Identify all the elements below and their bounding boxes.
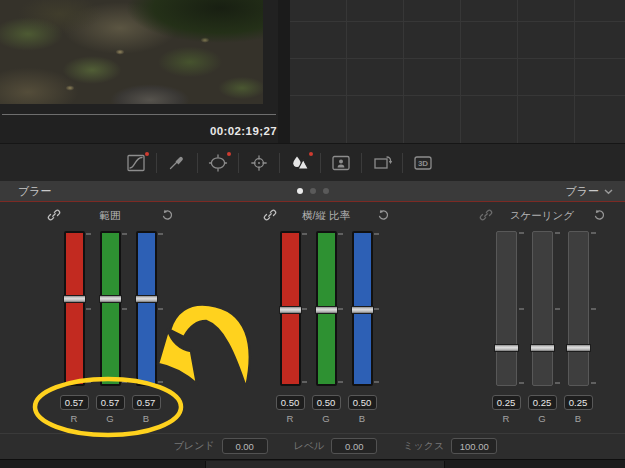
slider-tick	[122, 233, 127, 235]
page-dot-2[interactable]	[310, 188, 316, 194]
channel-G: 0.57G	[92, 231, 128, 424]
channels-row: 0.57R0.57G0.57B	[35, 231, 185, 424]
blur-icon[interactable]	[280, 149, 320, 177]
power-window-icon[interactable]	[198, 149, 238, 177]
panel-header: ブラー ブラー	[0, 181, 625, 201]
channel-label: G	[106, 413, 113, 424]
footer-field: ミックス100.00	[403, 438, 497, 454]
tracker-icon[interactable]	[239, 149, 279, 177]
slider-tick	[338, 308, 343, 310]
value-field-G[interactable]: 0.57	[96, 395, 125, 410]
value-field-G[interactable]: 0.50	[312, 395, 341, 410]
slider-track-B[interactable]	[136, 231, 157, 386]
footer-label: ミックス	[403, 439, 444, 453]
slider-tick	[158, 233, 163, 235]
curves-icon[interactable]	[116, 149, 156, 177]
group-header: スケーリング	[467, 204, 617, 228]
footer-field: レベル0.00	[294, 438, 378, 454]
page-dots	[0, 188, 625, 194]
slider-handle-B[interactable]	[566, 344, 591, 352]
slider-tick	[122, 308, 127, 310]
scrub-bar[interactable]	[2, 114, 276, 115]
magic-mask-icon[interactable]	[321, 149, 361, 177]
channel-B: 0.25B	[560, 231, 596, 424]
bottom-strip	[0, 459, 625, 468]
channel-G: 0.25G	[524, 231, 560, 424]
footer-value-field[interactable]: 100.00	[451, 438, 497, 454]
slider-tick	[374, 381, 379, 383]
panel-divider	[278, 0, 290, 143]
value-field-B[interactable]: 0.57	[132, 395, 161, 410]
slider-track-G[interactable]	[100, 231, 121, 386]
channel-label: R	[503, 413, 510, 424]
channel-G: 0.50G	[308, 231, 344, 424]
notification-badge	[227, 152, 231, 156]
slider-tick	[555, 308, 560, 310]
slider-tick	[158, 308, 163, 310]
slider-handle-G[interactable]	[99, 295, 122, 303]
reset-icon[interactable]	[593, 208, 607, 222]
slider-track-G[interactable]	[316, 231, 337, 386]
slider-handle-G[interactable]	[530, 344, 555, 352]
channels-row: 0.50R0.50G0.50B	[251, 231, 401, 424]
slider-track-G[interactable]	[532, 231, 553, 386]
bottom-strip-segment	[205, 461, 445, 468]
footer-label: ブレンド	[174, 439, 215, 453]
channel-label: B	[575, 413, 581, 424]
channel-B: 0.57B	[128, 231, 164, 424]
slider-tick	[374, 233, 379, 235]
curve-grid-panel	[290, 0, 625, 143]
value-field-R[interactable]: 0.57	[60, 395, 89, 410]
slider-tick	[374, 308, 379, 310]
timecode: 00:02:19;27	[210, 125, 277, 137]
group-範囲: 範囲0.57R0.57G0.57B	[35, 204, 185, 430]
value-field-B[interactable]: 0.50	[348, 395, 377, 410]
slider-tick	[86, 233, 91, 235]
viewer-area: 00:02:19;27	[0, 0, 278, 143]
page-dot-1[interactable]	[297, 188, 303, 194]
mode-selector-label: ブラー	[565, 184, 599, 199]
reset-icon[interactable]	[377, 208, 391, 222]
page-dot-3[interactable]	[323, 188, 329, 194]
slider-handle-G[interactable]	[315, 306, 338, 314]
slider-track-B[interactable]	[352, 231, 373, 386]
group-header: 範囲	[35, 204, 185, 228]
slider-tick	[591, 232, 596, 234]
channel-label: G	[322, 413, 329, 424]
channels-row: 0.25R0.25G0.25B	[467, 231, 617, 424]
slider-tick	[555, 232, 560, 234]
slider-handle-R[interactable]	[63, 295, 86, 303]
slider-handle-R[interactable]	[279, 306, 302, 314]
slider-track-B[interactable]	[568, 231, 589, 386]
slider-handle-B[interactable]	[351, 306, 374, 314]
channel-label: B	[359, 413, 365, 424]
value-field-B[interactable]: 0.25	[564, 395, 593, 410]
slider-track-R[interactable]	[496, 231, 517, 386]
eyedropper-icon[interactable]	[157, 149, 197, 177]
value-field-R[interactable]: 0.25	[492, 395, 521, 410]
slider-tick	[519, 382, 524, 384]
group-横/縦 比率: 横/縦 比率0.50R0.50G0.50B	[251, 204, 401, 430]
footer-field: ブレンド0.00	[174, 438, 268, 454]
mode-selector[interactable]: ブラー	[565, 184, 613, 199]
footer-value-field[interactable]: 0.00	[331, 438, 377, 454]
footer-label: レベル	[294, 439, 325, 453]
sizing-icon[interactable]	[362, 149, 402, 177]
slider-handle-R[interactable]	[494, 344, 519, 352]
slider-handle-B[interactable]	[135, 295, 158, 303]
slider-tick	[338, 233, 343, 235]
slider-tick	[86, 381, 91, 383]
3d-icon[interactable]: 3D	[403, 149, 443, 177]
slider-track-R[interactable]	[64, 231, 85, 386]
slider-tick	[302, 233, 307, 235]
slider-tick	[591, 382, 596, 384]
channel-label: B	[143, 413, 149, 424]
channel-label: R	[287, 413, 294, 424]
footer-controls: ブレンド0.00レベル0.00ミックス100.00	[0, 433, 625, 458]
footer-value-field[interactable]: 0.00	[222, 438, 268, 454]
value-field-R[interactable]: 0.50	[276, 395, 305, 410]
slider-track-R[interactable]	[280, 231, 301, 386]
channel-R: 0.25R	[488, 231, 524, 424]
value-field-G[interactable]: 0.25	[528, 395, 557, 410]
reset-icon[interactable]	[161, 208, 175, 222]
